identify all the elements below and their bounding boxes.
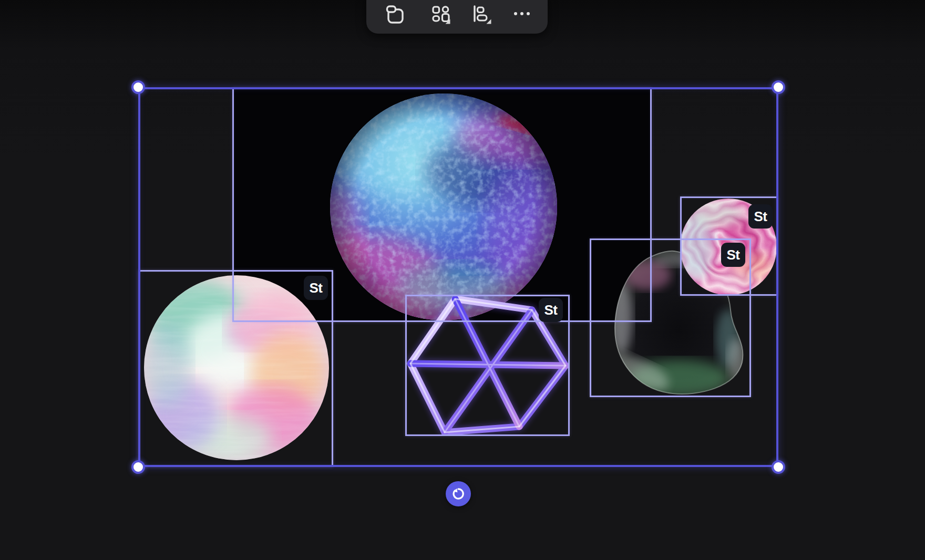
rotate-ccw-icon [451, 487, 465, 501]
canvas[interactable]: St St St St [0, 0, 925, 560]
floating-toolbar [366, 0, 548, 34]
align-button[interactable] [469, 2, 495, 27]
group-button[interactable] [383, 2, 408, 27]
selection-handle-bottom-left[interactable] [131, 460, 145, 474]
align-icon [472, 5, 492, 25]
selection-handle-top-right[interactable] [772, 80, 785, 94]
arrange-button[interactable] [428, 2, 454, 27]
dropdown-caret [487, 19, 491, 24]
selection-handle-bottom-right[interactable] [772, 460, 785, 474]
group-icon [385, 4, 405, 25]
rotate-selection-button[interactable] [446, 481, 471, 506]
more-options-icon [512, 5, 532, 25]
arrange-icon [431, 5, 451, 25]
selection-bounding-box[interactable] [138, 87, 778, 467]
more-options-button[interactable] [509, 2, 535, 27]
selection-handle-top-left[interactable] [131, 80, 145, 94]
